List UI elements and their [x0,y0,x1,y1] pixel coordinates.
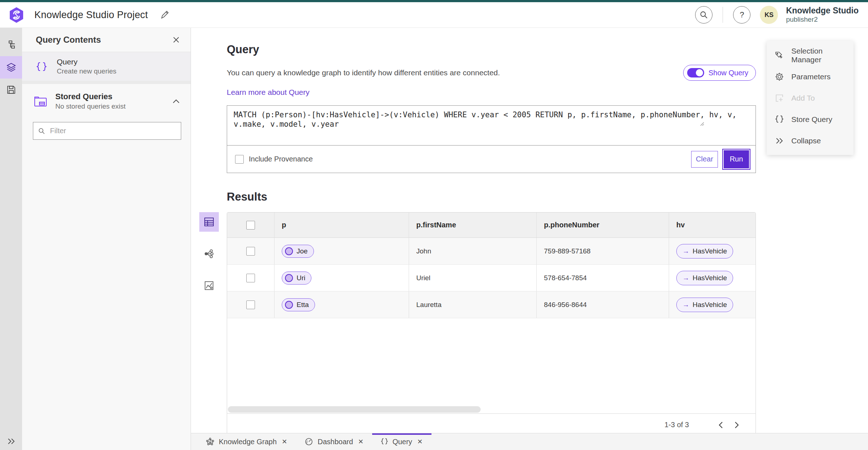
panel-section-divider [22,81,191,84]
cell-phonenumber: 759-889-57168 [537,238,669,264]
horizontal-scrollbar-thumb[interactable] [228,406,481,413]
arrow-right-icon: → [682,301,689,309]
header-divider [723,7,723,23]
results-table-card: p p.firstName p.phoneNumber hv Joe John … [227,212,756,436]
chart-view-icon [204,281,214,290]
pagination-range: 1-3 of 3 [664,421,689,429]
arrow-right-icon: → [682,274,689,282]
bottom-tab-bar: Knowledge Graph ✕ Dashboard ✕ Query ✕ [191,433,868,450]
node-pill[interactable]: Uri [282,272,311,285]
show-query-toggle[interactable]: Show Query [683,65,756,81]
rail-item-layers[interactable] [0,56,22,79]
main-area: Query You can query a knowledge graph to… [191,28,868,450]
toggle-track [687,68,704,77]
filter-search-icon [38,127,45,135]
table-view-button[interactable] [199,212,219,232]
chevron-right-icon [734,421,739,429]
rail-item-hierarchy[interactable] [0,34,22,56]
column-header-hv[interactable]: hv [669,213,756,237]
tab-query[interactable]: Query ✕ [372,433,431,450]
close-panel-icon[interactable] [173,36,180,43]
add-to-button: Add To [767,87,854,109]
collapse-button[interactable]: Collapse [767,130,854,151]
edit-project-title-icon[interactable] [160,10,170,20]
stored-queries-subtitle: No stored queries exist [55,102,173,110]
query-textarea[interactable]: MATCH (p:Person)-[hv:HasVehicle]->(v:Veh… [227,106,756,146]
stored-queries-title: Stored Queries [55,92,173,101]
stored-queries-folder-icon [34,95,47,108]
rail-item-save[interactable] [0,79,22,101]
knowledge-studio-logo-icon[interactable] [8,7,25,24]
horizontal-scrollbar [227,405,756,413]
row-checkbox[interactable] [246,274,255,282]
learn-more-link[interactable]: Learn more about Query [227,88,310,97]
chart-view-button[interactable] [199,276,219,295]
results-view-switcher [199,212,219,436]
graph-view-button[interactable] [199,244,219,264]
cell-phonenumber: 578-654-7854 [537,265,669,291]
braces-icon [775,115,784,124]
edge-pill[interactable]: →HasVehicle [676,244,733,258]
column-header-phonenumber[interactable]: p.phoneNumber [537,213,669,237]
close-tab-icon[interactable]: ✕ [282,438,287,446]
row-checkbox[interactable] [246,247,255,256]
close-tab-icon[interactable]: ✕ [417,438,423,446]
project-title: Knowledge Studio Project [34,9,148,21]
previous-page-button[interactable] [713,417,729,433]
double-chevron-right-icon [7,438,16,445]
results-title: Results [227,190,756,203]
avatar[interactable]: KS [760,6,778,24]
expand-rail-button[interactable] [0,438,22,445]
knowledge-graph-icon [206,437,214,446]
hierarchy-icon [6,40,16,50]
column-header-p[interactable]: p [275,213,409,237]
node-dot-icon [285,247,293,255]
run-button[interactable]: Run [724,150,749,168]
selection-manager-button[interactable]: Selection Manager [767,45,854,66]
column-header-firstname[interactable]: p.firstName [409,213,537,237]
search-button[interactable] [695,6,712,24]
close-tab-icon[interactable]: ✕ [358,438,363,446]
braces-icon [381,438,388,446]
node-pill[interactable]: Joe [282,245,314,258]
chevron-up-icon[interactable] [173,99,180,104]
row-checkbox[interactable] [246,300,255,309]
include-provenance-label: Include Provenance [249,155,313,163]
query-item-subtitle: Create new queries [57,67,116,75]
parameters-button[interactable]: Parameters [767,66,854,87]
tab-dashboard[interactable]: Dashboard ✕ [296,433,372,450]
table-row[interactable]: Joe John 759-889-57168 →HasVehicle [227,238,756,265]
edge-pill[interactable]: →HasVehicle [676,271,733,285]
table-view-icon [204,217,214,227]
gear-icon [775,72,784,81]
filter-input[interactable] [50,127,176,135]
node-pill[interactable]: Etta [282,298,315,311]
next-page-button[interactable] [729,417,745,433]
edge-pill[interactable]: →HasVehicle [676,298,733,312]
table-row[interactable]: Etta Lauretta 846-956-8644 →HasVehicle [227,291,756,318]
show-query-label: Show Query [709,69,748,77]
save-icon [6,85,16,95]
stored-queries-header[interactable]: Stored Queries No stored queries exist [22,84,191,117]
braces-icon [36,61,47,72]
table-row[interactable]: Uri Uriel 578-654-7854 →HasVehicle [227,265,756,291]
clear-button[interactable]: Clear [691,151,718,168]
panel-item-query[interactable]: Query Create new queries [22,52,191,81]
chevron-left-icon [718,421,723,429]
layers-icon [6,62,17,73]
tab-knowledge-graph[interactable]: Knowledge Graph ✕ [197,433,296,450]
left-rail [0,28,22,450]
product-name: Knowledge Studio [786,6,859,16]
cell-phonenumber: 846-956-8644 [537,291,669,318]
selection-manager-icon [775,51,784,60]
store-query-button[interactable]: Store Query [767,109,854,130]
cell-firstname: John [409,238,537,264]
panel-title: Query Contents [36,35,173,45]
resize-handle-icon[interactable] [700,103,755,144]
select-all-checkbox[interactable] [246,221,255,230]
help-button[interactable]: ? [733,6,750,24]
search-icon [700,11,708,19]
include-provenance-checkbox[interactable] [235,155,244,164]
user-info: Knowledge Studio publisher2 [786,6,859,23]
query-section-title: Query [227,43,756,56]
